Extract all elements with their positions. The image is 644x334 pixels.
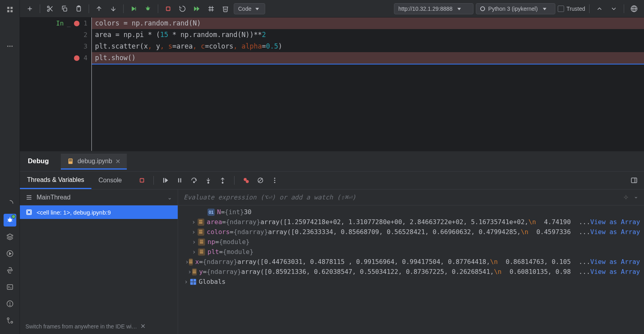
prev-icon[interactable] xyxy=(594,3,605,15)
var-value: array([0.44763031, 0.4878115 , 0.9915696… xyxy=(237,258,490,266)
extra-values: 4.74190 xyxy=(536,218,570,226)
var-name: x xyxy=(195,258,199,266)
variable-row[interactable]: ›☰y = {ndarray} array([0.85921336, 0.620… xyxy=(178,267,644,277)
resume-icon[interactable] xyxy=(160,175,171,186)
variable-row[interactable]: 01N = {int} 30 xyxy=(178,207,644,217)
extra-values: 0.60810135, 0.98 xyxy=(502,268,571,275)
variable-row[interactable]: ›☰colors = {ndarray} array([0.23633334, … xyxy=(178,227,644,237)
grid-icon[interactable] xyxy=(4,3,16,16)
terminal-icon[interactable] xyxy=(4,281,16,293)
thread-icon xyxy=(25,194,33,201)
var-value: array([0.85921336, 0.62038547, 0.5503412… xyxy=(241,268,494,275)
thread-selector[interactable]: MainThread ⌄ xyxy=(20,189,178,205)
play-circle-icon[interactable] xyxy=(4,247,16,260)
tab-console[interactable]: Console xyxy=(91,172,129,189)
debug-file-tab[interactable]: debug.ipynb ✕ xyxy=(61,154,127,169)
debug-controls: Threads & Variables Console xyxy=(20,171,644,189)
more-icon[interactable] xyxy=(270,175,280,186)
close-hint-icon[interactable]: ✕ xyxy=(140,322,145,330)
debug-icon[interactable] xyxy=(4,214,16,227)
server-url-dropdown[interactable]: http://10.32.1.29:8888 xyxy=(394,3,473,14)
variable-row[interactable]: ›☰plt = {module} xyxy=(178,247,644,257)
git-icon[interactable] xyxy=(4,314,16,327)
move-up-icon[interactable] xyxy=(93,3,105,15)
loading-icon[interactable] xyxy=(4,197,16,210)
svg-rect-77 xyxy=(194,279,196,281)
svg-line-9 xyxy=(8,219,8,220)
variable-row[interactable]: ›☰x = {ndarray} array([0.44763031, 0.487… xyxy=(178,257,644,267)
globals-row[interactable]: ›Globals xyxy=(178,277,644,287)
view-as-array-link[interactable]: View as Array xyxy=(571,218,640,226)
code-line[interactable]: plt.show() xyxy=(92,52,644,64)
code-editor[interactable]: ✓ In _ 1 2 3 4 colors = np.random.rand(N… xyxy=(20,18,644,151)
svg-marker-44 xyxy=(458,8,461,10)
copy-icon[interactable] xyxy=(58,3,70,15)
expand-icon[interactable]: › xyxy=(187,268,192,275)
expand-icon[interactable]: ⌄ xyxy=(634,193,638,202)
layout-icon[interactable] xyxy=(629,175,639,186)
python-icon[interactable] xyxy=(4,264,16,277)
variable-row[interactable]: ›☰area = {ndarray} array([1.25974218e+02… xyxy=(178,217,644,227)
add-cell-icon[interactable] xyxy=(24,3,36,15)
view-as-array-link[interactable]: View as Array xyxy=(571,258,640,266)
var-type: {ndarray} xyxy=(203,258,237,266)
layers-icon[interactable] xyxy=(4,230,16,243)
expand-icon[interactable]: › xyxy=(182,278,190,285)
code-line[interactable]: colors = np.random.rand(N) xyxy=(92,18,644,29)
breakpoint-icon[interactable] xyxy=(74,55,80,61)
code-line[interactable]: area = np.pi * (15 * np.random.rand(N))*… xyxy=(92,29,644,41)
step-out-icon[interactable] xyxy=(217,175,228,186)
run-all-icon[interactable] xyxy=(191,3,203,15)
step-over-icon[interactable] xyxy=(189,175,199,186)
frame-icon xyxy=(25,209,33,216)
move-down-icon[interactable] xyxy=(107,3,119,15)
kernel-dropdown[interactable]: Python 3 (ipykernel) xyxy=(476,3,555,14)
tab-threads-variables[interactable]: Threads & Variables xyxy=(20,172,91,189)
expand-icon[interactable]: › xyxy=(190,228,197,236)
svg-point-5 xyxy=(9,46,10,47)
globe-icon[interactable] xyxy=(628,3,640,15)
restart-icon[interactable] xyxy=(177,3,188,15)
close-icon[interactable]: ✕ xyxy=(115,158,120,165)
trusted-toggle[interactable]: Trusted xyxy=(558,6,585,12)
view-as-array-link[interactable]: View as Array xyxy=(571,268,640,275)
mute-breakpoints-icon[interactable] xyxy=(255,175,266,186)
stop-icon[interactable] xyxy=(162,3,174,15)
delete-icon[interactable] xyxy=(219,3,231,15)
notebook-icon xyxy=(67,158,74,165)
variables-icon[interactable] xyxy=(205,3,217,15)
expand-icon[interactable]: › xyxy=(190,248,198,256)
cell-type-dropdown[interactable]: Code xyxy=(234,3,265,14)
ellipsis-icon[interactable] xyxy=(4,40,16,53)
step-into-icon[interactable] xyxy=(203,175,213,186)
var-type: {module} xyxy=(219,238,250,246)
var-name: colors xyxy=(207,228,230,236)
run-cursor-icon[interactable] xyxy=(128,3,140,15)
trusted-checkbox[interactable] xyxy=(558,6,564,12)
view-breakpoints-icon[interactable] xyxy=(241,175,251,186)
code-line[interactable]: plt.scatter(x, y, s=area, c=colors, alph… xyxy=(92,41,644,52)
debug-tab[interactable]: Debug xyxy=(28,152,49,170)
warning-icon[interactable] xyxy=(4,297,16,310)
variable-row[interactable]: ›☰np = {module} xyxy=(178,237,644,247)
code-content[interactable]: colors = np.random.rand(N) area = np.pi … xyxy=(91,18,644,151)
expand-icon[interactable]: › xyxy=(190,238,198,246)
stop-debug-icon[interactable] xyxy=(137,175,147,186)
svg-marker-41 xyxy=(194,6,197,11)
cell-type-label: Code xyxy=(238,6,251,12)
next-icon[interactable] xyxy=(608,3,620,15)
view-as-array-link[interactable]: View as Array xyxy=(571,228,640,236)
svg-rect-0 xyxy=(7,7,9,9)
paste-icon[interactable] xyxy=(73,3,85,15)
eval-input[interactable]: Evaluate expression (⌥⏎) or add a watch … xyxy=(184,193,619,201)
eval-bar: Evaluate expression (⌥⏎) or add a watch … xyxy=(178,189,644,205)
add-watch-icon[interactable]: ✧ xyxy=(623,193,629,202)
svg-rect-55 xyxy=(178,178,179,183)
expand-icon[interactable]: › xyxy=(185,258,189,266)
cut-icon[interactable] xyxy=(44,3,56,15)
expand-icon[interactable]: › xyxy=(190,218,197,226)
debug-run-icon[interactable] xyxy=(142,3,154,15)
stack-frame[interactable]: <cell line: 1>, debug.ipynb:9 xyxy=(20,205,178,219)
breakpoint-icon[interactable] xyxy=(74,21,80,26)
pause-icon[interactable] xyxy=(175,175,185,186)
